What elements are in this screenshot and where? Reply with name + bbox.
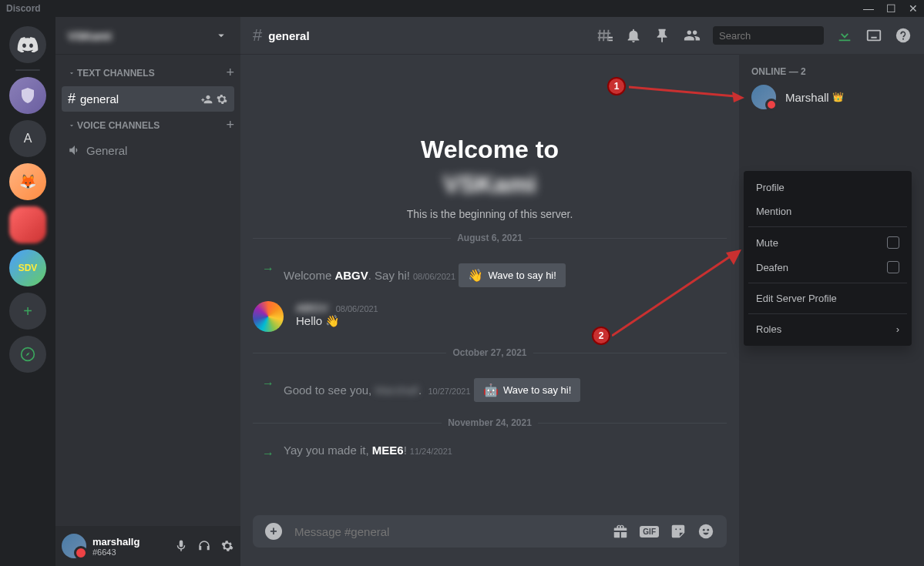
- channel-general[interactable]: # general: [62, 86, 234, 112]
- message-list: Welcome to VSKami This is the beginning …: [240, 54, 739, 515]
- server-icon-active[interactable]: [9, 206, 46, 243]
- avatar: [751, 85, 776, 109]
- server-header[interactable]: VSKami: [55, 17, 240, 54]
- ctx-edit-server-profile[interactable]: Edit Server Profile: [748, 286, 907, 310]
- attach-button[interactable]: +: [265, 523, 282, 540]
- invite-icon[interactable]: [200, 93, 213, 105]
- svg-point-3: [703, 529, 705, 531]
- wave-button[interactable]: 🤖Wave to say hi!: [474, 378, 580, 402]
- checkbox[interactable]: [887, 261, 899, 273]
- explore-button[interactable]: [9, 336, 46, 373]
- pinned-button[interactable]: [654, 27, 671, 44]
- voice-channel-general[interactable]: General: [62, 139, 234, 162]
- member-list: ONLINE — 2 Marshall 👑 Profile Mention Mu…: [739, 54, 924, 566]
- help-button[interactable]: [895, 27, 912, 44]
- server-icon[interactable]: 🦊: [9, 163, 46, 200]
- speaker-icon: [68, 143, 82, 157]
- emoji-button[interactable]: [697, 523, 714, 540]
- main-area: # general Welcome to: [240, 17, 924, 566]
- wave-emoji-icon: 👋: [468, 268, 483, 283]
- ctx-deafen[interactable]: Deafen: [748, 255, 907, 280]
- channel-category-voice[interactable]: VOICE CHANNELS +: [55, 112, 240, 138]
- system-message: → Welcome ABGV. Say hi!08/06/2021 👋Wave …: [253, 256, 727, 290]
- svg-point-1: [896, 28, 910, 42]
- chevron-down-icon: [214, 28, 228, 42]
- message-author[interactable]: ABGV: [296, 301, 328, 314]
- shield-icon: [18, 86, 37, 105]
- search-box[interactable]: [713, 26, 824, 45]
- wave-button[interactable]: 👋Wave to say hi!: [459, 263, 565, 287]
- user-avatar[interactable]: [62, 534, 86, 558]
- server-icon[interactable]: A: [9, 120, 46, 157]
- join-arrow-icon: →: [262, 447, 274, 461]
- mute-button[interactable]: [174, 539, 188, 553]
- channel-header: # general: [240, 17, 924, 54]
- compass-icon: [20, 347, 35, 362]
- message: ABGV08/06/2021 Hello 👋: [253, 298, 727, 335]
- download-button[interactable]: [836, 27, 853, 44]
- titlebar: Discord — ☐ ✕: [0, 0, 924, 17]
- add-server-button[interactable]: +: [9, 293, 46, 330]
- welcome-subtitle: This is the beginning of this server.: [253, 208, 727, 220]
- system-message: → Yay you made it, MEE6!11/24/2021: [253, 440, 727, 464]
- gift-button[interactable]: [612, 523, 629, 540]
- message-input[interactable]: [294, 525, 612, 538]
- minimize-button[interactable]: —: [863, 2, 874, 15]
- welcome-title: Welcome to: [253, 136, 727, 164]
- maximize-button[interactable]: ☐: [886, 2, 896, 15]
- ctx-roles[interactable]: Roles›: [748, 317, 907, 341]
- ctx-mention[interactable]: Mention: [748, 199, 907, 223]
- user-info[interactable]: marshallg #6643: [92, 536, 174, 557]
- wave-emoji-icon: 👋: [325, 314, 340, 327]
- svg-point-2: [699, 524, 713, 538]
- add-channel-button[interactable]: +: [226, 65, 234, 81]
- welcome-block: Welcome to VSKami This is the beginning …: [253, 136, 727, 220]
- hash-icon: #: [68, 91, 76, 107]
- welcome-server: VSKami: [253, 170, 727, 199]
- sticker-button[interactable]: [670, 523, 687, 540]
- gear-icon[interactable]: [216, 93, 228, 105]
- discord-logo-icon: [17, 37, 39, 52]
- server-list: A 🦊 SDV +: [0, 17, 55, 566]
- date-divider: August 6, 2021: [253, 233, 727, 243]
- members-button[interactable]: [684, 27, 701, 44]
- close-button[interactable]: ✕: [909, 2, 918, 15]
- server-divider: [15, 69, 40, 71]
- avatar[interactable]: [253, 301, 284, 332]
- server-icon[interactable]: SDV: [9, 250, 46, 286]
- gif-button[interactable]: GIF: [640, 526, 659, 538]
- join-arrow-icon: →: [262, 377, 274, 402]
- search-input[interactable]: [719, 30, 848, 42]
- crown-icon: 👑: [832, 92, 844, 102]
- date-divider: November 24, 2021: [253, 417, 727, 428]
- ctx-profile[interactable]: Profile: [748, 176, 907, 199]
- app-title: Discord: [6, 3, 41, 14]
- chevron-down-icon: [68, 69, 76, 77]
- ctx-mute[interactable]: Mute: [748, 230, 907, 255]
- message-input-area: + GIF: [240, 515, 739, 566]
- join-arrow-icon: →: [262, 262, 274, 287]
- hash-icon: #: [253, 25, 262, 45]
- channel-sidebar: VSKami TEXT CHANNELS + # general VOICE C…: [55, 17, 240, 566]
- robot-emoji-icon: 🤖: [483, 383, 499, 397]
- add-channel-button[interactable]: +: [226, 117, 234, 133]
- channel-title: general: [268, 29, 596, 42]
- date-divider: October 27, 2021: [253, 347, 727, 358]
- inbox-button[interactable]: [865, 27, 882, 44]
- user-context-menu: Profile Mention Mute Deafen Edit Server …: [744, 171, 912, 346]
- checkbox[interactable]: [887, 236, 899, 249]
- chevron-right-icon: ›: [896, 323, 899, 335]
- deafen-button[interactable]: [197, 539, 211, 553]
- server-icon[interactable]: [9, 77, 46, 114]
- home-button[interactable]: [9, 26, 46, 63]
- user-panel: marshallg #6643: [55, 526, 240, 566]
- member-list-header: ONLINE — 2: [745, 66, 918, 77]
- settings-button[interactable]: [220, 539, 234, 553]
- server-name: VSKami: [68, 29, 112, 42]
- member-marshall[interactable]: Marshall 👑: [745, 82, 918, 112]
- channel-category-text[interactable]: TEXT CHANNELS +: [55, 60, 240, 85]
- threads-button[interactable]: [596, 27, 613, 44]
- notifications-button[interactable]: [625, 27, 642, 44]
- chevron-down-icon: [68, 122, 76, 129]
- svg-point-4: [707, 529, 709, 531]
